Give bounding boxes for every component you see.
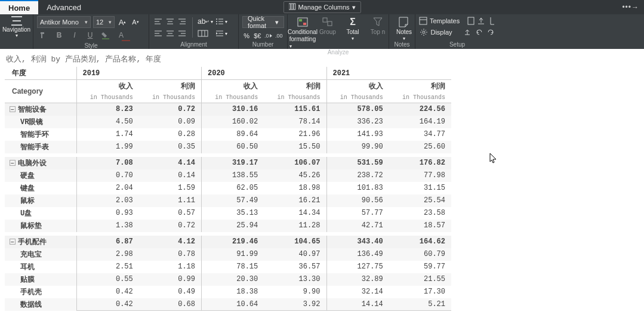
cell-value[interactable]: 136.49 (326, 248, 389, 261)
cell-value[interactable]: 45.26 (264, 169, 326, 182)
category-label[interactable]: −手机配件 (5, 236, 76, 248)
cell-value[interactable]: 4.12 (139, 236, 202, 248)
row-label[interactable]: 数据线 (5, 298, 76, 311)
cell-value[interactable]: 0.93 (76, 207, 139, 220)
table-row[interactable]: 手机壳0.420.4918.389.9032.1417.30 (5, 286, 451, 298)
row-label[interactable]: 手机壳 (5, 286, 76, 298)
cell-value[interactable]: 78.15 (202, 261, 264, 273)
cell-value[interactable]: 14.34 (264, 207, 326, 220)
cell-value[interactable]: 1.11 (139, 194, 202, 207)
cell-value[interactable]: 32.14 (326, 286, 389, 298)
cell-value[interactable]: 4.14 (139, 157, 202, 169)
cell-value[interactable]: 2.04 (76, 182, 139, 194)
cell-value[interactable]: 91.99 (202, 248, 264, 261)
cell-value[interactable]: 36.57 (264, 261, 326, 273)
header-revenue[interactable]: 收入 (326, 80, 389, 93)
row-label[interactable]: 鼠标垫 (5, 220, 76, 232)
sort-asc-icon[interactable] (463, 27, 472, 37)
cell-value[interactable]: 0.72 (139, 103, 202, 116)
percent-button[interactable]: % (242, 30, 251, 41)
decrease-decimal-button[interactable]: .0 (264, 30, 273, 41)
total-button[interactable]: Σ Total ▾ (341, 16, 364, 41)
header-profit[interactable]: 利润 (389, 80, 451, 93)
cell-value[interactable]: 25.54 (389, 194, 451, 207)
notes-button[interactable]: Notes ▾ (393, 16, 415, 41)
wrap-text-button[interactable]: ab↵▾ (198, 16, 213, 27)
align-top-left[interactable] (153, 16, 164, 27)
redo-icon[interactable] (486, 27, 495, 37)
cell-value[interactable]: 78.14 (264, 116, 326, 128)
category-row[interactable]: −手机配件6.874.12219.46104.65343.40164.62 (5, 236, 451, 248)
row-label[interactable]: 鼠标 (5, 194, 76, 207)
cell-value[interactable]: 138.55 (202, 169, 264, 182)
row-label[interactable]: 耳机 (5, 261, 76, 273)
cell-value[interactable]: 62.05 (202, 182, 264, 194)
table-row[interactable]: 鼠标2.031.1157.4916.2190.5625.54 (5, 194, 451, 207)
tab-home[interactable]: Home (0, 0, 38, 14)
category-label[interactable]: −智能设备 (5, 103, 76, 116)
cell-value[interactable]: 164.62 (389, 236, 451, 248)
cell-value[interactable]: 1.18 (139, 261, 202, 273)
row-label[interactable]: U盘 (5, 207, 76, 220)
increase-decimal-button[interactable]: .00 (275, 30, 284, 41)
font-name-combo[interactable]: Antikor Mono▾ (37, 16, 91, 28)
row-label[interactable]: 键盘 (5, 182, 76, 194)
conditional-formatting-button[interactable]: Conditional formatting ▾ (291, 16, 314, 49)
page-setup-icon[interactable] (467, 16, 474, 26)
cell-value[interactable]: 0.28 (139, 128, 202, 141)
group-button[interactable]: Group (316, 16, 339, 35)
cell-value[interactable]: 2.03 (76, 194, 139, 207)
table-row[interactable]: 智能手表1.990.3560.5015.5099.9025.60 (5, 141, 451, 153)
cell-value[interactable]: 59.77 (389, 261, 451, 273)
cell-value[interactable]: 18.38 (202, 286, 264, 298)
cell-value[interactable]: 219.46 (202, 236, 264, 248)
cell-value[interactable]: 77.98 (389, 169, 451, 182)
cell-value[interactable]: 115.61 (264, 103, 326, 116)
cell-value[interactable]: 31.15 (389, 182, 451, 194)
category-row[interactable]: −电脑外设7.084.14319.17106.07531.59176.82 (5, 157, 451, 169)
quick-format-combo[interactable]: Quick format▾ (242, 16, 284, 28)
cell-value[interactable]: 13.30 (264, 273, 326, 286)
cell-value[interactable]: 0.68 (139, 298, 202, 311)
cell-value[interactable]: 18.98 (264, 182, 326, 194)
cell-value[interactable]: 0.49 (139, 286, 202, 298)
cell-value[interactable]: 310.16 (202, 103, 264, 116)
cell-value[interactable]: 141.93 (326, 128, 389, 141)
cell-value[interactable]: 0.14 (139, 169, 202, 182)
cell-value[interactable]: 3.92 (264, 298, 326, 311)
bold-button[interactable]: B (54, 30, 64, 41)
cell-value[interactable]: 176.82 (389, 157, 451, 169)
cell-value[interactable]: 1.74 (76, 128, 139, 141)
cell-value[interactable]: 0.99 (139, 273, 202, 286)
cell-value[interactable]: 0.42 (76, 298, 139, 311)
category-row[interactable]: −智能设备8.230.72310.16115.61578.05224.56 (5, 103, 451, 116)
export-icon[interactable] (477, 16, 485, 26)
header-revenue[interactable]: 收入 (76, 80, 139, 93)
category-label[interactable]: −电脑外设 (5, 157, 76, 169)
header-revenue[interactable]: 收入 (202, 80, 264, 93)
indent-button[interactable]: ▾ (215, 28, 227, 39)
align-top-right[interactable] (177, 16, 187, 27)
table-row[interactable]: 数据线0.420.6810.643.9214.145.21 (5, 298, 451, 311)
row-label[interactable]: 充电宝 (5, 248, 76, 261)
cell-value[interactable]: 343.40 (326, 236, 389, 248)
cell-value[interactable]: 0.42 (76, 286, 139, 298)
header-profit[interactable]: 利润 (139, 80, 202, 93)
cell-value[interactable]: 319.17 (202, 157, 264, 169)
topn-button[interactable]: Top n (366, 16, 389, 35)
collapse-icon[interactable]: − (10, 106, 16, 112)
cell-value[interactable]: 238.72 (326, 169, 389, 182)
manage-columns-button[interactable]: Manage Columns ▾ (283, 1, 360, 13)
table-row[interactable]: 硬盘0.700.14138.5545.26238.7277.98 (5, 169, 451, 182)
cell-value[interactable]: 60.50 (202, 141, 264, 153)
cell-value[interactable]: 224.56 (389, 103, 451, 116)
grow-font-button[interactable]: A▴ (117, 17, 128, 27)
cell-value[interactable]: 25.94 (202, 220, 264, 232)
collapse-icon[interactable]: − (10, 239, 16, 245)
cell-value[interactable]: 90.56 (326, 194, 389, 207)
cell-value[interactable]: 35.13 (202, 207, 264, 220)
cell-value[interactable]: 0.55 (76, 273, 139, 286)
cell-value[interactable]: 4.50 (76, 116, 139, 128)
cell-value[interactable]: 57.49 (202, 194, 264, 207)
cell-value[interactable]: 23.58 (389, 207, 451, 220)
